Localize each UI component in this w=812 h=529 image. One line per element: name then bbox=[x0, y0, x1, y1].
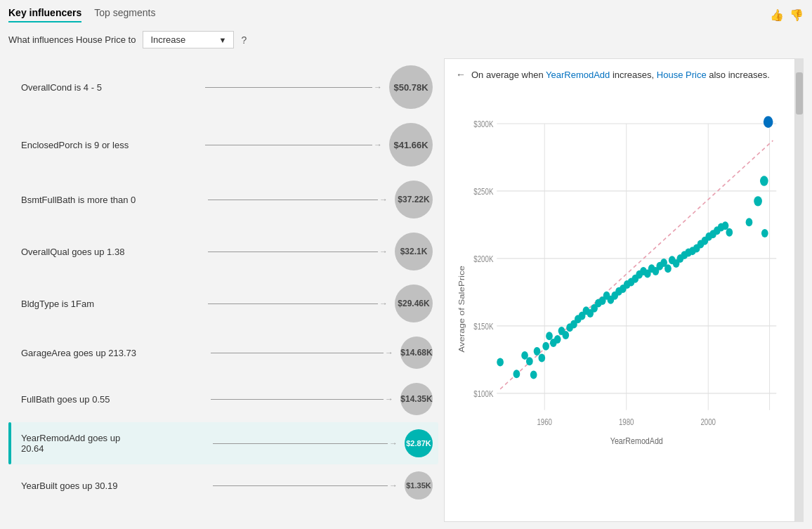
data-point bbox=[538, 354, 545, 363]
header: Key influencers Top segments 👍 👎 bbox=[8, 7, 804, 22]
data-point bbox=[760, 176, 768, 186]
influencer-line: → bbox=[205, 144, 382, 145]
data-point bbox=[754, 196, 762, 206]
data-point bbox=[546, 332, 553, 340]
x-tick-3: 2000 bbox=[700, 418, 716, 427]
influencer-label: YearBuilt goes up 30.19 bbox=[14, 481, 206, 491]
data-point bbox=[562, 331, 569, 339]
influencer-item-7[interactable]: FullBath goes up 0.55 → $14.35K bbox=[8, 376, 438, 422]
data-point bbox=[530, 371, 537, 379]
connector-line bbox=[208, 303, 378, 304]
value-bubble: $29.46K bbox=[395, 285, 433, 322]
filter-label: What influences House Price to bbox=[8, 34, 136, 45]
influencer-label: EnclosedPorch is 9 or less bbox=[14, 140, 198, 150]
arrow-icon: → bbox=[379, 247, 388, 256]
y-axis-label: Average of SalePrice bbox=[457, 266, 466, 353]
x-tick-1: 1960 bbox=[537, 418, 552, 427]
value-bubble: $2.87K bbox=[405, 429, 433, 457]
y-tick-5: $100K bbox=[473, 389, 494, 398]
connector-line bbox=[211, 399, 384, 400]
influencer-item-8[interactable]: YearRemodAdd goes up20.64 → $2.87K bbox=[8, 422, 438, 464]
connector-line bbox=[213, 443, 388, 444]
influencer-item-6[interactable]: GarageArea goes up 213.73 → $14.68K bbox=[8, 329, 438, 376]
x-axis-label: YearRemodAdd bbox=[610, 436, 663, 446]
value-bubble: $14.35K bbox=[400, 383, 433, 415]
influencer-item-4[interactable]: OverallQual goes up 1.38 → $32.1K bbox=[8, 226, 438, 277]
filter-dropdown[interactable]: Increase ▼ bbox=[143, 31, 234, 48]
influencer-line: → bbox=[208, 303, 388, 304]
value-bubble: $32.1K bbox=[395, 233, 433, 270]
data-point bbox=[513, 370, 520, 378]
influencer-line: → bbox=[213, 485, 398, 486]
arrow-icon: → bbox=[374, 82, 382, 92]
connector-line bbox=[205, 145, 372, 145]
chart-description: On average when YearRemodAdd increases, … bbox=[471, 69, 783, 81]
connector-line bbox=[213, 485, 388, 486]
x-tick-2: 1980 bbox=[619, 418, 634, 427]
data-point bbox=[542, 342, 549, 351]
tab-top-segments[interactable]: Top segments bbox=[94, 7, 155, 22]
influencer-label: FullBath goes up 0.55 bbox=[14, 394, 204, 405]
y-tick-4: $150K bbox=[473, 322, 494, 331]
thumbs-up-icon[interactable]: 👍 bbox=[770, 8, 784, 22]
data-point bbox=[761, 229, 768, 237]
scatter-svg: Average of SalePrice $300K $250K $2 bbox=[456, 90, 783, 511]
selected-indicator bbox=[8, 422, 11, 464]
filter-value: Increase bbox=[150, 34, 185, 45]
arrow-icon: → bbox=[379, 299, 388, 308]
data-point bbox=[746, 218, 753, 227]
influencer-item-5[interactable]: BldgType is 1Fam → $29.46K bbox=[8, 277, 438, 329]
help-icon[interactable]: ? bbox=[241, 34, 247, 46]
data-point bbox=[554, 335, 561, 344]
tab-key-influencers[interactable]: Key influencers bbox=[8, 7, 81, 22]
data-point bbox=[722, 221, 729, 230]
influencer-label: OverallQual goes up 1.38 bbox=[14, 247, 201, 257]
scrollbar-thumb[interactable] bbox=[796, 72, 803, 115]
value-bubble: $14.68K bbox=[400, 337, 433, 369]
chevron-down-icon: ▼ bbox=[218, 36, 226, 44]
influencer-label: BsmtFullBath is more than 0 bbox=[14, 195, 201, 205]
influencer-item-9[interactable]: YearBuilt goes up 30.19 → $1.35K bbox=[8, 464, 438, 507]
influencer-line: → bbox=[211, 352, 393, 353]
arrow-icon: → bbox=[374, 140, 382, 150]
arrow-icon: → bbox=[385, 348, 393, 358]
connector-line bbox=[205, 87, 372, 88]
arrow-icon: → bbox=[389, 438, 398, 448]
arrow-icon: → bbox=[389, 481, 398, 490]
data-point bbox=[726, 228, 733, 237]
back-arrow-icon[interactable]: ← bbox=[456, 69, 466, 80]
thumbs-down-icon[interactable]: 👎 bbox=[790, 8, 804, 22]
influencer-line: → bbox=[208, 199, 388, 200]
value-bubble: $41.66K bbox=[389, 123, 433, 166]
influencer-line: → bbox=[205, 86, 382, 88]
data-point bbox=[664, 265, 672, 273]
connector-line bbox=[208, 200, 378, 200]
value-bubble: $1.35K bbox=[405, 471, 433, 499]
y-tick-1: $300K bbox=[473, 119, 494, 129]
scrollbar[interactable] bbox=[795, 58, 804, 522]
chart-keyword2: House Price bbox=[657, 70, 707, 80]
y-tick-3: $200K bbox=[473, 254, 494, 263]
influencer-label: OverallCond is 4 - 5 bbox=[14, 82, 198, 93]
connector-line bbox=[208, 252, 378, 252]
influencer-item-2[interactable]: EnclosedPorch is 9 or less → $41.66K bbox=[8, 116, 438, 174]
main-container: Key influencers Top segments 👍 👎 What in… bbox=[0, 0, 812, 529]
influencer-item-1[interactable]: OverallCond is 4 - 5 → $50.78K bbox=[8, 58, 438, 116]
influencers-list: OverallCond is 4 - 5 → $50.78KEnclosedPo… bbox=[8, 58, 444, 522]
header-icons: 👍 👎 bbox=[770, 8, 804, 22]
filter-row: What influences House Price to Increase … bbox=[8, 31, 804, 48]
value-bubble: $50.78K bbox=[389, 65, 433, 109]
connector-line bbox=[211, 353, 384, 353]
influencer-line: → bbox=[208, 251, 388, 252]
scatter-chart-panel: ← On average when YearRemodAdd increases… bbox=[444, 58, 795, 522]
tabs: Key influencers Top segments bbox=[8, 7, 155, 22]
arrow-icon: → bbox=[379, 195, 388, 204]
data-point bbox=[497, 358, 504, 367]
influencer-label: BldgType is 1Fam bbox=[14, 299, 201, 309]
data-point-outlier bbox=[764, 116, 773, 128]
y-tick-2: $250K bbox=[473, 187, 494, 196]
svg-line-9 bbox=[500, 141, 773, 389]
influencer-label: GarageArea goes up 213.73 bbox=[14, 348, 204, 358]
influencer-line: → bbox=[211, 398, 393, 400]
influencer-item-3[interactable]: BsmtFullBath is more than 0 → $37.22K bbox=[8, 174, 438, 226]
